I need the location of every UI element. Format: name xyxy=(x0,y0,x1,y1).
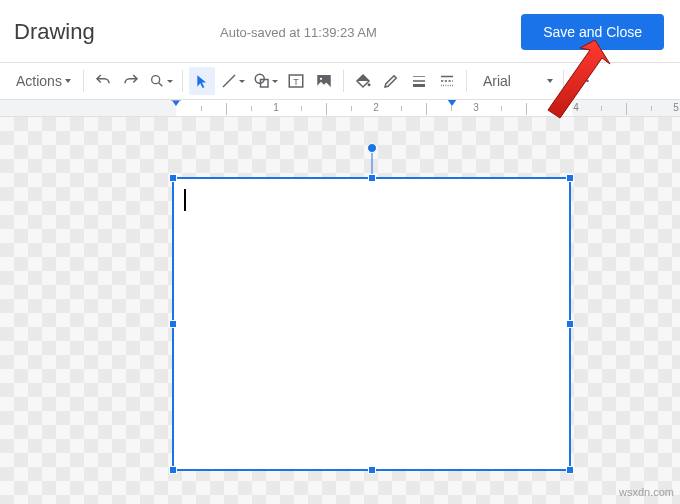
separator xyxy=(466,70,467,92)
undo-button[interactable] xyxy=(90,67,116,95)
dialog-header: Drawing Auto-saved at 11:39:23 AM Save a… xyxy=(0,0,680,62)
svg-text:T: T xyxy=(293,77,299,87)
text-box-shape[interactable] xyxy=(172,177,571,471)
svg-point-8 xyxy=(320,78,322,80)
line-tool-button[interactable] xyxy=(217,67,248,95)
resize-handle-top-right[interactable] xyxy=(566,174,574,182)
shape-icon xyxy=(253,72,271,90)
more-options-button[interactable] xyxy=(570,67,596,95)
svg-point-17 xyxy=(582,80,584,82)
left-indent-marker[interactable] xyxy=(171,99,181,101)
ruler-number: 3 xyxy=(473,102,479,113)
svg-line-1 xyxy=(159,83,163,87)
toolbar: Actions T Arial xyxy=(0,63,680,99)
separator xyxy=(83,70,84,92)
svg-line-2 xyxy=(223,75,235,87)
horizontal-ruler[interactable]: 1 2 3 4 5 xyxy=(0,99,680,117)
ruler-number: 4 xyxy=(573,102,579,113)
chevron-down-icon xyxy=(272,80,278,83)
resize-handle-bottom-middle[interactable] xyxy=(368,466,376,474)
textbox-icon: T xyxy=(287,72,305,90)
ruler-number: 5 xyxy=(673,102,679,113)
watermark: wsxdn.com xyxy=(619,486,674,498)
separator xyxy=(182,70,183,92)
line-icon xyxy=(220,72,238,90)
fill-color-icon xyxy=(354,72,372,90)
more-icon xyxy=(574,72,592,90)
dialog-title: Drawing xyxy=(14,19,95,45)
textbox-tool-button[interactable]: T xyxy=(283,67,309,95)
resize-handle-middle-right[interactable] xyxy=(566,320,574,328)
border-weight-icon xyxy=(410,72,428,90)
shape-tool-button[interactable] xyxy=(250,67,281,95)
resize-handle-bottom-left[interactable] xyxy=(169,466,177,474)
chevron-down-icon xyxy=(547,79,553,83)
svg-point-18 xyxy=(586,80,588,82)
redo-icon xyxy=(122,72,140,90)
separator xyxy=(563,70,564,92)
border-color-button[interactable] xyxy=(378,67,404,95)
zoom-icon xyxy=(149,73,165,89)
separator xyxy=(343,70,344,92)
autosave-status: Auto-saved at 11:39:23 AM xyxy=(220,25,377,40)
chevron-down-icon xyxy=(65,79,71,83)
image-icon xyxy=(315,72,333,90)
ruler-margin-left xyxy=(0,100,176,116)
pencil-icon xyxy=(382,72,400,90)
resize-handle-top-left[interactable] xyxy=(169,174,177,182)
select-icon xyxy=(195,74,209,88)
zoom-button[interactable] xyxy=(146,67,176,95)
select-tool-button[interactable] xyxy=(189,67,215,95)
ruler-number: 2 xyxy=(373,102,379,113)
resize-handle-middle-left[interactable] xyxy=(169,320,177,328)
border-weight-button[interactable] xyxy=(406,67,432,95)
border-dash-icon xyxy=(438,72,456,90)
actions-label: Actions xyxy=(16,73,62,89)
svg-point-9 xyxy=(367,83,370,86)
resize-handle-bottom-right[interactable] xyxy=(566,466,574,474)
ruler-number: 1 xyxy=(273,102,279,113)
rotation-handle[interactable] xyxy=(367,143,377,153)
text-cursor xyxy=(184,189,186,211)
chevron-down-icon xyxy=(239,80,245,83)
resize-handle-top-middle[interactable] xyxy=(368,174,376,182)
drawing-canvas[interactable] xyxy=(0,117,680,504)
font-family-selector[interactable]: Arial xyxy=(473,67,557,95)
chevron-down-icon xyxy=(167,80,173,83)
save-and-close-button[interactable]: Save and Close xyxy=(521,14,664,50)
border-dash-button[interactable] xyxy=(434,67,460,95)
font-family-label: Arial xyxy=(483,73,511,89)
svg-point-0 xyxy=(152,76,160,84)
actions-menu[interactable]: Actions xyxy=(8,67,77,95)
svg-point-16 xyxy=(577,80,579,82)
image-tool-button[interactable] xyxy=(311,67,337,95)
undo-icon xyxy=(94,72,112,90)
fill-color-button[interactable] xyxy=(350,67,376,95)
redo-button[interactable] xyxy=(118,67,144,95)
